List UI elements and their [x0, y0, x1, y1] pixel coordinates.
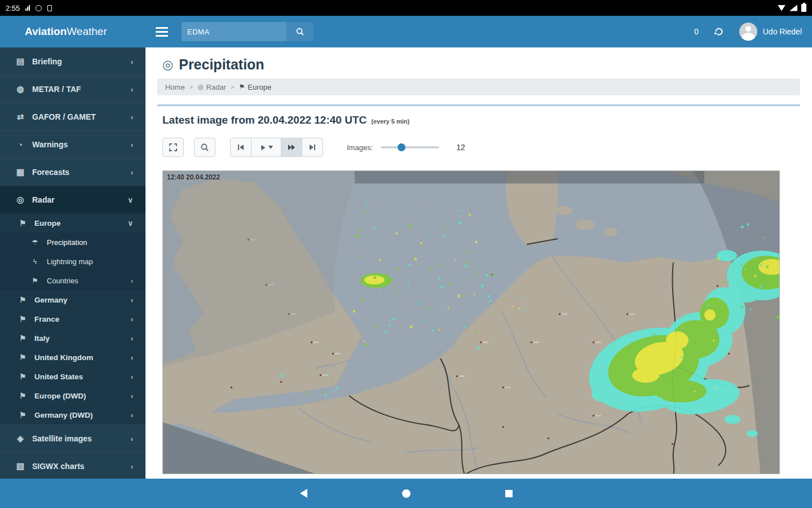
chevron-left-icon: ‹ — [131, 141, 133, 149]
menu-icon[interactable] — [156, 27, 168, 37]
latest-image-note: (every 5 min) — [371, 118, 409, 125]
latest-image-heading: Latest image from 20.04.2022 12:40 UTC — [162, 114, 367, 126]
search-icon — [295, 27, 304, 36]
status-chart-icon — [25, 5, 30, 11]
chevron-down-icon: ∨ — [127, 196, 133, 204]
fast-forward-button[interactable] — [281, 138, 302, 157]
sidebar-item-lightning-map[interactable]: ϟ Lightning map — [0, 252, 145, 271]
slider-thumb[interactable] — [398, 143, 405, 151]
play-button[interactable] — [251, 138, 281, 157]
flag-icon: ⚑ — [17, 218, 28, 227]
search-input[interactable] — [182, 22, 286, 41]
notification-count[interactable]: 0 — [694, 27, 699, 36]
status-clock-icon — [36, 5, 42, 11]
precipitation-icon: ☂ — [29, 238, 41, 247]
fullscreen-icon — [169, 143, 178, 152]
fullscreen-button[interactable] — [162, 138, 184, 157]
animation-toolbar: Images: 12 — [162, 138, 812, 157]
brand-light: Weather — [67, 25, 107, 38]
flag-icon: ⚑ — [29, 277, 41, 285]
zoom-button[interactable] — [194, 138, 215, 157]
chevron-left-icon: ‹ — [131, 168, 133, 177]
sidebar: AviationWeather ▤ Briefing ‹ ◍ METAR / T… — [0, 16, 145, 479]
brand-bold: Aviation — [25, 25, 67, 38]
slider-track[interactable] — [381, 146, 439, 148]
chevron-left-icon: ‹ — [131, 373, 133, 381]
sidebar-item-radar[interactable]: ◎ Radar ∨ — [0, 186, 145, 213]
sidebar-item-countries[interactable]: ⚑ Countries ‹ — [0, 271, 145, 290]
sidebar-item-france[interactable]: ⚑ France ‹ — [0, 309, 145, 329]
breadcrumb-separator: > — [189, 84, 193, 90]
radar-icon: ◎ — [197, 83, 203, 91]
sidebar-item-united-states[interactable]: ⚑ United States ‹ — [0, 367, 145, 386]
battery-icon — [801, 4, 806, 12]
forecasts-icon: ▦ — [15, 167, 26, 177]
chart-icon: ▧ — [15, 461, 26, 471]
android-status-bar: 2:55 — [0, 0, 812, 16]
sidebar-item-satellite-images[interactable]: ◈ Satellite images ‹ — [0, 424, 145, 452]
images-slider[interactable] — [381, 143, 439, 151]
back-button[interactable] — [300, 489, 307, 498]
skip-end-icon — [308, 143, 317, 152]
skip-start-icon — [236, 143, 245, 152]
breadcrumb-radar[interactable]: ◎ Radar — [197, 83, 226, 91]
home-button[interactable] — [402, 489, 411, 498]
sidebar-item-sigwx-charts[interactable]: ▧ SIGWX charts ‹ — [0, 452, 145, 479]
chevron-left-icon: ‹ — [131, 315, 133, 323]
signal-icon — [789, 5, 797, 11]
sidebar-item-europe[interactable]: ⚑ Europe ∨ — [0, 213, 145, 233]
search-button[interactable] — [286, 22, 314, 41]
flag-icon: ⚑ — [17, 334, 28, 343]
satellite-icon: ◈ — [15, 433, 26, 444]
sidebar-item-germany[interactable]: ⚑ Germany ‹ — [0, 290, 145, 309]
avatar — [739, 23, 757, 41]
chevron-left-icon: ‹ — [131, 435, 133, 443]
flag-icon: ⚑ — [239, 83, 245, 91]
sidebar-item-united-kingdom[interactable]: ⚑ United Kingdom ‹ — [0, 348, 145, 367]
user-menu[interactable]: Udo Riedel — [739, 23, 802, 41]
chevron-left-icon: ‹ — [131, 85, 133, 94]
sidebar-item-germany-dwd[interactable]: ⚑ Germany (DWD) ‹ — [0, 405, 145, 424]
user-name: Udo Riedel — [763, 27, 802, 36]
top-bar: 0 Udo Riedel — [145, 16, 812, 47]
metar-icon: ◍ — [15, 84, 26, 94]
app-logo[interactable]: AviationWeather — [0, 16, 145, 47]
magnifier-icon — [200, 143, 209, 152]
skip-start-button[interactable] — [230, 138, 251, 157]
sidebar-item-warnings[interactable]: ◔ Warnings ‹ — [0, 130, 145, 158]
breadcrumb-europe[interactable]: ⚑ Europe — [239, 83, 271, 91]
chevron-left-icon: ‹ — [131, 462, 133, 471]
chevron-left-icon: ‹ — [131, 392, 133, 400]
main-content: ◎ Precipitation Home > ◎ Radar > ⚑ Europ… — [145, 47, 812, 479]
status-time: 2:55 — [6, 4, 20, 12]
flag-icon: ⚑ — [17, 295, 28, 304]
page-title: Precipitation — [179, 56, 264, 73]
sidebar-item-precipitation[interactable]: ☂ Precipitation — [0, 233, 145, 252]
map-timestamp: 12:40 20.04.2022 — [167, 173, 220, 181]
radar-map-image[interactable]: 12:40 20.04.2022 — [162, 170, 780, 474]
chevron-left-icon: ‹ — [131, 277, 133, 285]
breadcrumb-home[interactable]: Home — [165, 83, 185, 91]
gafor-icon: ⇄ — [15, 112, 26, 122]
flag-icon: ⚑ — [17, 372, 28, 381]
flag-icon: ⚑ — [17, 410, 28, 419]
images-label: Images: — [347, 143, 373, 152]
flag-icon: ⚑ — [17, 314, 28, 323]
radar-icon: ◎ — [15, 195, 26, 205]
sidebar-item-briefing[interactable]: ▤ Briefing ‹ — [0, 47, 145, 75]
sidebar-item-europe-dwd[interactable]: ⚑ Europe (DWD) ‹ — [0, 386, 145, 405]
page-title-icon: ◎ — [162, 58, 173, 72]
sidebar-item-forecasts[interactable]: ▦ Forecasts ‹ — [0, 158, 145, 186]
skip-end-button[interactable] — [302, 138, 323, 157]
recents-button[interactable] — [505, 490, 513, 497]
sidebar-item-italy[interactable]: ⚑ Italy ‹ — [0, 329, 145, 348]
flag-icon: ⚑ — [17, 391, 28, 400]
images-value: 12 — [456, 143, 465, 152]
sidebar-item-gafor-gamet[interactable]: ⇄ GAFOR / GAMET ‹ — [0, 103, 145, 130]
fast-forward-icon — [287, 143, 296, 152]
chevron-down-icon: ∨ — [127, 219, 133, 227]
sidebar-item-metar-taf[interactable]: ◍ METAR / TAF ‹ — [0, 75, 145, 103]
section-divider — [157, 104, 800, 106]
briefing-icon: ▤ — [15, 56, 26, 67]
sync-icon[interactable] — [713, 26, 725, 37]
